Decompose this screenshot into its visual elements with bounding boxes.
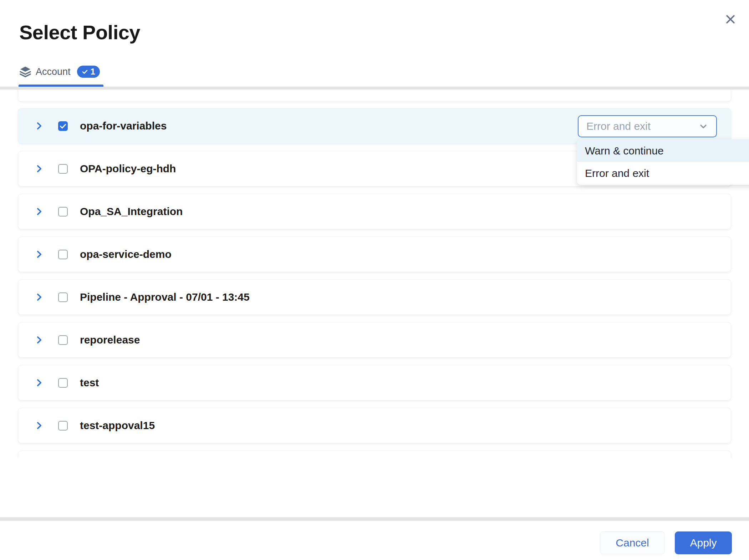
badge-count: 1 [91, 67, 95, 77]
expand-chevron-icon[interactable] [35, 335, 44, 345]
layers-icon [19, 66, 31, 78]
policy-name: opa-for-variables [80, 120, 167, 132]
chevron-down-icon [698, 121, 708, 131]
policy-checkbox[interactable] [58, 250, 68, 259]
policy-checkbox[interactable] [58, 164, 68, 174]
expand-chevron-icon[interactable] [35, 249, 44, 259]
policy-checkbox[interactable] [58, 378, 68, 388]
footer-divider [0, 517, 749, 521]
policy-row[interactable]: opa-service-demo [18, 236, 731, 272]
selected-count-badge: 1 [77, 66, 100, 78]
policy-name: reporelease [80, 334, 140, 346]
policy-checkbox[interactable] [58, 335, 68, 345]
policy-name: opa-service-demo [80, 248, 172, 260]
policy-row[interactable]: Pipeline - Approval - 07/01 - 13:45 [18, 279, 731, 315]
policy-checkbox[interactable] [58, 121, 68, 131]
expand-chevron-icon[interactable] [35, 164, 44, 174]
partial-row-bottom [18, 450, 731, 458]
page-title: Select Policy [19, 21, 140, 44]
policy-name: Pipeline - Approval - 07/01 - 13:45 [80, 291, 250, 303]
tab-account[interactable]: Account 1 [19, 64, 100, 79]
policy-checkbox[interactable] [58, 292, 68, 302]
policy-name: Opa_SA_Integration [80, 205, 183, 218]
policy-row[interactable]: Opa_SA_Integration [18, 194, 731, 229]
expand-chevron-icon[interactable] [35, 121, 44, 131]
tab-account-label: Account [36, 66, 71, 77]
expand-chevron-icon[interactable] [35, 292, 44, 302]
policy-row[interactable]: test-appoval15 [18, 408, 731, 443]
policy-name: test [80, 377, 99, 389]
expand-chevron-icon[interactable] [35, 207, 44, 217]
policy-checkbox[interactable] [58, 421, 68, 431]
enforcement-option[interactable]: Error and exit [577, 162, 749, 184]
header-divider [0, 87, 749, 90]
policy-row[interactable]: reporelease [18, 322, 731, 358]
policy-name: test-appoval15 [80, 419, 155, 432]
enforcement-select[interactable]: Error and exit [578, 115, 717, 137]
cancel-button[interactable]: Cancel [600, 531, 665, 554]
enforcement-option[interactable]: Warn & continue [577, 139, 749, 162]
policy-name: OPA-policy-eg-hdh [80, 163, 176, 175]
apply-button[interactable]: Apply [675, 531, 732, 554]
close-icon[interactable] [723, 11, 738, 27]
expand-chevron-icon[interactable] [35, 421, 44, 431]
partial-row-top [18, 90, 731, 102]
enforcement-select-value: Error and exit [586, 120, 651, 132]
enforcement-options-menu: Warn & continueError and exit [577, 139, 749, 185]
expand-chevron-icon[interactable] [35, 378, 44, 388]
check-icon [82, 68, 88, 75]
policy-checkbox[interactable] [58, 207, 68, 217]
policy-row[interactable]: test [18, 365, 731, 401]
